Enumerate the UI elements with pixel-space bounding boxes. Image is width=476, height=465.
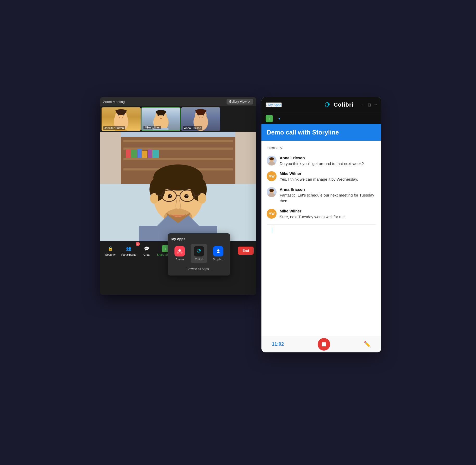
participant-thumb-mike[interactable]: Mike Wilner	[141, 107, 180, 131]
expand-icon: ⤢	[248, 100, 250, 103]
participant-thumb-jennifer[interactable]: Jennifer Burton	[102, 107, 141, 131]
back-chevron: ‹	[266, 103, 267, 107]
message-sender-0: Anna Ericson	[280, 156, 364, 160]
gallery-view-button[interactable]: Gallery View ⤢	[227, 99, 253, 105]
colibri-bird-icon	[323, 101, 331, 108]
app-item-colibri[interactable]: Colibri	[191, 244, 207, 263]
chat-message-1: MW Mike Wilner Yes, I think we can manag…	[267, 171, 376, 182]
apps-popup-title: My Apps	[171, 237, 227, 241]
end-button[interactable]: End	[238, 247, 254, 255]
svg-point-41	[168, 194, 172, 198]
svg-point-49	[178, 249, 181, 252]
message-text-2: Fantastic! Let's schedule our next meeti…	[280, 192, 376, 204]
svg-point-50	[177, 252, 179, 254]
svg-rect-22	[137, 149, 142, 158]
apps-grid: Asana Colibri	[171, 244, 227, 263]
svg-rect-25	[152, 150, 159, 158]
svg-rect-18	[123, 158, 233, 160]
edit-icon[interactable]: ✏️	[364, 341, 371, 348]
svg-rect-27	[235, 132, 256, 184]
stop-icon	[322, 342, 326, 346]
svg-rect-16	[123, 140, 233, 142]
zoom-title: Zoom Meeting	[103, 100, 125, 104]
colibri-app-icon	[194, 246, 204, 256]
svg-marker-52	[217, 249, 220, 253]
colibri-topbar-icons: ← ⊡ ···	[361, 102, 377, 107]
app-name-colibri: Colibri	[195, 258, 203, 261]
typing-area[interactable]	[267, 224, 376, 240]
participants-label: Participants	[121, 253, 136, 256]
svg-rect-26	[100, 132, 121, 184]
svg-point-42	[184, 194, 189, 198]
dropbox-icon	[213, 246, 223, 256]
security-label: Security	[105, 253, 116, 256]
svg-rect-21	[131, 150, 137, 158]
app-name-dropbox: Dropbox	[213, 258, 224, 261]
message-body-0: Anna Ericson Do you think you'll get aro…	[280, 156, 364, 167]
colibri-meeting-header: Demo call with Storyline	[261, 124, 381, 141]
chat-message-2: Anna Ericson Fantastic! Let's schedule o…	[267, 187, 376, 204]
typing-cursor	[272, 228, 272, 233]
app-item-asana[interactable]: Asana	[171, 244, 188, 263]
participant-label-jennifer: Jennifer Burton	[103, 126, 125, 130]
message-text-1: Yes, I think we can manage it by Wednesd…	[280, 176, 358, 182]
message-body-1: Mike Wilner Yes, I think we can manage i…	[280, 171, 358, 182]
message-text-3: Sure, next Tuesday works well for me.	[280, 214, 346, 220]
participants-button[interactable]: 👥 3 Participants	[119, 243, 139, 258]
filter-icon[interactable]: ▾	[275, 115, 283, 122]
participants-badge: 3	[136, 242, 140, 246]
participant-label-anna: Anna Ericson	[183, 126, 202, 130]
timer-display: 11:02	[272, 341, 284, 347]
app-item-dropbox[interactable]: Dropbox	[210, 244, 227, 263]
message-body-3: Mike Wilner Sure, next Tuesday works wel…	[280, 209, 346, 220]
asana-icon	[174, 246, 185, 256]
chat-button[interactable]: 💬 Chat	[139, 243, 154, 258]
more-options-icon[interactable]: ···	[374, 102, 377, 107]
svg-point-44	[186, 195, 187, 196]
avatar-initials-mike-3: MW	[268, 212, 274, 216]
participants-strip: Jennifer Burton Mike Wilner	[100, 106, 256, 132]
apps-popup: My Apps Asana	[168, 233, 230, 276]
colibri-toolbar: ↑ ▾	[261, 113, 381, 124]
svg-point-51	[180, 252, 183, 254]
back-label: My Apps	[268, 103, 281, 107]
participant-thumb-anna[interactable]: Anna Ericson	[181, 107, 220, 131]
message-sender-2: Anna Ericson	[280, 187, 376, 192]
message-sender-1: Mike Wilner	[280, 171, 358, 176]
gallery-view-label: Gallery View	[229, 100, 247, 103]
colibri-topbar: ‹ My Apps Colibri ← ⊡ ···	[261, 97, 381, 113]
message-sender-3: Mike Wilner	[280, 209, 346, 213]
colibri-content: internally. Anna Ericson Do you think yo…	[261, 141, 381, 336]
security-icon: 🔒	[107, 245, 114, 252]
back-nav-icon[interactable]: ←	[361, 102, 365, 107]
external-link-icon[interactable]: ⊡	[368, 102, 371, 107]
avatar-anna-2	[267, 187, 277, 197]
svg-rect-23	[142, 151, 147, 158]
chat-label: Chat	[143, 253, 149, 256]
security-button[interactable]: 🔒 Security	[103, 243, 118, 258]
zoom-titlebar: Zoom Meeting Gallery View ⤢	[100, 97, 256, 106]
svg-point-43	[170, 195, 171, 196]
avatar-mike-1: MW	[267, 171, 277, 181]
message-text-0: Do you think you'll get around to that n…	[280, 161, 364, 167]
stop-recording-button[interactable]	[318, 338, 330, 351]
app-name-asana: Asana	[176, 258, 184, 261]
svg-rect-24	[148, 150, 152, 158]
transcript-partial: internally.	[267, 145, 376, 151]
colibri-meeting-title: Demo call with Storyline	[267, 129, 376, 136]
avatar-initials-mike-1: MW	[268, 174, 274, 178]
colibri-back-button[interactable]: ‹ My Apps	[266, 102, 282, 107]
svg-rect-20	[126, 150, 131, 158]
main-video	[100, 132, 256, 241]
chat-message-3: MW Mike Wilner Sure, next Tuesday works …	[267, 209, 376, 220]
colibri-logo-text: Colibri	[334, 101, 354, 108]
colibri-logo-area: Colibri	[323, 101, 354, 108]
colibri-bottom-bar: 11:02 ✏️	[261, 336, 381, 352]
chat-message-0: Anna Ericson Do you think you'll get aro…	[267, 156, 376, 167]
upload-icon[interactable]: ↑	[266, 115, 273, 122]
avatar-anna-0	[267, 156, 277, 166]
avatar-mike-3: MW	[267, 209, 277, 219]
participant-label-mike: Mike Wilner	[143, 126, 161, 129]
message-body-2: Anna Ericson Fantastic! Let's schedule o…	[280, 187, 376, 204]
browse-apps-link[interactable]: Browse all Apps...	[171, 266, 227, 272]
